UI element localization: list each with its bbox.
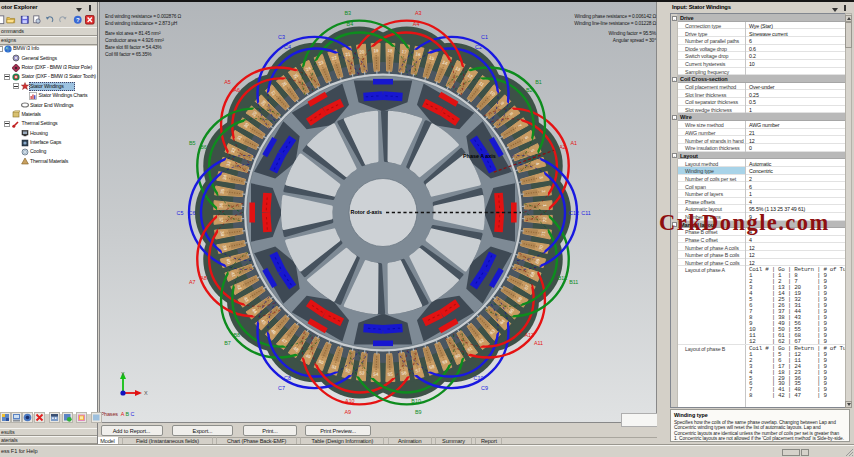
svg-text:A2: A2 (559, 144, 566, 150)
svg-text:A6: A6 (233, 87, 240, 93)
svg-text:C10: C10 (474, 375, 484, 381)
svg-text:C9: C9 (481, 385, 488, 391)
svg-text:C5: C5 (177, 210, 184, 216)
svg-text:C11: C11 (581, 210, 591, 216)
svg-text:B12: B12 (558, 275, 568, 281)
svg-text:18: 18 (387, 48, 393, 53)
svg-text:A7: A7 (189, 279, 196, 285)
svg-text:C2: C2 (475, 44, 482, 50)
svg-text:?: ? (76, 17, 80, 23)
svg-text:B5: B5 (189, 140, 196, 146)
svg-text:B1: B1 (535, 79, 542, 85)
svg-text:A8: A8 (200, 275, 207, 281)
svg-text:36: 36 (219, 202, 224, 208)
svg-text:A11: A11 (534, 340, 543, 346)
svg-text:C4: C4 (284, 44, 291, 50)
svg-text:B2: B2 (526, 87, 533, 93)
svg-text:B11: B11 (569, 279, 578, 285)
svg-text:A4: A4 (413, 21, 420, 27)
svg-text:C6: C6 (189, 210, 196, 216)
svg-text:X: X (144, 390, 148, 396)
svg-text:A9: A9 (344, 409, 351, 415)
svg-text:B6: B6 (200, 144, 207, 150)
svg-text:B8: B8 (233, 332, 240, 338)
svg-text:B4: B4 (347, 21, 354, 27)
svg-text:B10: B10 (411, 398, 421, 404)
svg-text:B7: B7 (224, 340, 231, 346)
svg-text:A3: A3 (415, 10, 422, 16)
svg-text:A1: A1 (570, 140, 577, 146)
svg-text:A12: A12 (525, 332, 535, 338)
svg-text:B9: B9 (415, 409, 422, 415)
svg-text:A5: A5 (224, 79, 231, 85)
svg-text:19: 19 (373, 48, 379, 53)
svg-text:A10: A10 (345, 398, 355, 404)
svg-text:54: 54 (373, 372, 379, 377)
svg-text:Y: Y (121, 371, 125, 377)
svg-text:C8: C8 (284, 375, 291, 381)
svg-text:55: 55 (387, 372, 393, 377)
svg-text:C3: C3 (278, 34, 285, 40)
svg-text:72: 72 (542, 216, 547, 222)
svg-text:B3: B3 (344, 10, 351, 16)
svg-text:C12: C12 (569, 210, 579, 216)
svg-text:Rotor d-axis: Rotor d-axis (351, 209, 382, 215)
svg-text:37: 37 (219, 217, 224, 223)
svg-text:C7: C7 (278, 385, 285, 391)
svg-text:Phase A axis: Phase A axis (463, 153, 496, 159)
